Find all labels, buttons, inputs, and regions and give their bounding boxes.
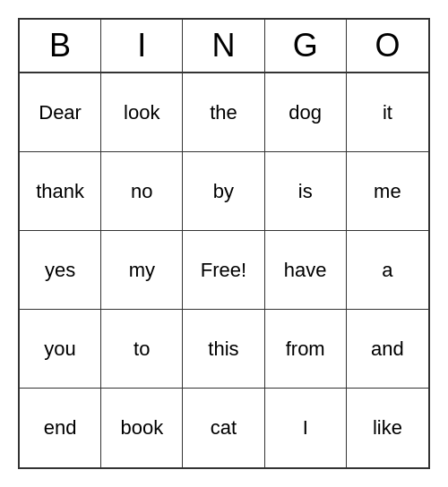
cell-0-2[interactable]: the <box>183 73 264 152</box>
cell-4-1[interactable]: book <box>101 389 183 467</box>
cell-0-1[interactable]: look <box>101 73 183 152</box>
cell-3-3[interactable]: from <box>265 310 347 389</box>
cell-4-2[interactable]: cat <box>183 389 264 467</box>
cell-2-3[interactable]: have <box>265 231 347 310</box>
header-o: O <box>347 20 428 72</box>
cell-0-3[interactable]: dog <box>265 73 347 152</box>
cell-3-4[interactable]: and <box>347 310 428 389</box>
bingo-card: B I N G O Dear look the dog it thank no … <box>18 18 430 469</box>
cell-0-0[interactable]: Dear <box>20 73 101 152</box>
cell-3-1[interactable]: to <box>101 310 183 389</box>
cell-4-4[interactable]: like <box>347 389 428 467</box>
header-n: N <box>183 20 264 72</box>
header-g: G <box>265 20 347 72</box>
cell-1-2[interactable]: by <box>183 152 264 231</box>
header-b: B <box>20 20 101 72</box>
cell-2-2[interactable]: Free! <box>183 231 264 310</box>
cell-0-4[interactable]: it <box>347 73 428 152</box>
cell-4-0[interactable]: end <box>20 389 101 467</box>
cell-2-1[interactable]: my <box>101 231 183 310</box>
cell-1-3[interactable]: is <box>265 152 347 231</box>
cell-2-0[interactable]: yes <box>20 231 101 310</box>
bingo-grid: Dear look the dog it thank no by is me y… <box>20 73 428 467</box>
cell-1-1[interactable]: no <box>101 152 183 231</box>
cell-1-4[interactable]: me <box>347 152 428 231</box>
header-i: I <box>101 20 183 72</box>
cell-1-0[interactable]: thank <box>20 152 101 231</box>
cell-2-4[interactable]: a <box>347 231 428 310</box>
cell-3-2[interactable]: this <box>183 310 264 389</box>
cell-3-0[interactable]: you <box>20 310 101 389</box>
cell-4-3[interactable]: I <box>265 389 347 467</box>
bingo-header: B I N G O <box>20 20 428 73</box>
